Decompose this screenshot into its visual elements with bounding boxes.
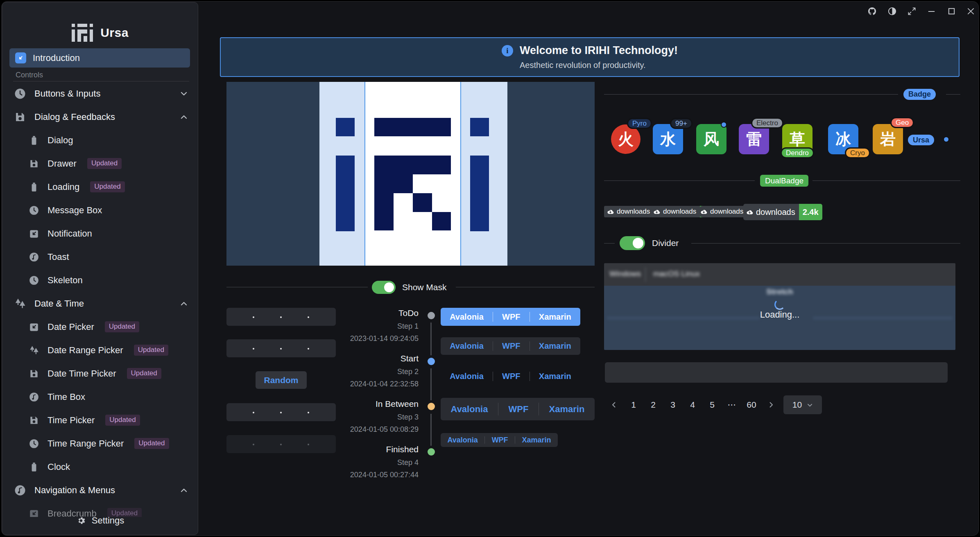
sidebar-item-label: Dialog & Feedbacks	[34, 112, 115, 122]
chevron-up-icon	[180, 486, 188, 494]
avalonia-button[interactable]: Avalonia	[451, 404, 488, 415]
avalonia-button[interactable]: Avalonia	[450, 341, 484, 351]
sidebar-item-introduction[interactable]: Introduction	[9, 48, 190, 68]
github-button[interactable]	[865, 4, 879, 18]
step-name: ToDo	[336, 308, 419, 318]
page-button-5[interactable]: 5	[704, 395, 720, 414]
wpf-button[interactable]: WPF	[509, 404, 529, 415]
sidebar-item-label: Time Range Picker	[48, 438, 124, 449]
clock-icon	[29, 438, 39, 449]
sidebar-item-label: Toast	[48, 252, 69, 262]
empty-textbox[interactable]	[605, 362, 948, 383]
step-indicator-dot	[428, 448, 435, 456]
updated-badge: Updated	[105, 415, 140, 426]
chevron-down-icon	[180, 90, 188, 98]
settings-button[interactable]: Settings	[2, 510, 198, 531]
random-button[interactable]: Random	[256, 371, 307, 389]
updated-badge: Updated	[134, 438, 169, 449]
updated-badge: Updated	[127, 368, 161, 379]
minimize-button[interactable]	[924, 4, 939, 18]
sidebar-item-label: Buttons & Inputs	[34, 88, 100, 99]
xamarin-button[interactable]: Xamarin	[539, 341, 571, 351]
group-separator	[493, 312, 493, 322]
sidebar-item-date-picker[interactable]: Date PickerUpdated	[2, 315, 198, 338]
avalonia-button[interactable]: Avalonia	[450, 312, 484, 322]
gear-icon	[76, 516, 86, 526]
wpf-button[interactable]: WPF	[492, 436, 508, 444]
tab-macos-linux[interactable]: macOS Linux	[653, 269, 700, 278]
group-separator	[484, 436, 485, 444]
xamarin-button[interactable]: Xamarin	[549, 404, 585, 415]
info-icon: i	[502, 45, 513, 56]
tab-windows[interactable]: Windows	[609, 269, 641, 278]
theme-toggle-button[interactable]	[885, 4, 899, 18]
sidebar-item-time-picker[interactable]: Time PickerUpdated	[2, 408, 198, 432]
loading-mask-panel: Windows macOS Linux Stretch Loading...	[604, 263, 955, 350]
sidebar-item-date-time-picker[interactable]: Date Time PickerUpdated	[2, 362, 198, 385]
xamarin-button[interactable]: Xamarin	[539, 312, 571, 322]
chevron-up-icon	[180, 300, 188, 308]
sidebar-item-drawer[interactable]: DrawerUpdated	[2, 152, 198, 175]
sidebar-item-dialog-feedbacks[interactable]: Dialog & Feedbacks	[2, 105, 198, 129]
page-button-2[interactable]: 2	[645, 395, 661, 414]
prev-page-button[interactable]	[606, 395, 622, 414]
step-indicator-dot	[428, 358, 435, 365]
xamarin-button[interactable]: Xamarin	[522, 436, 551, 444]
cloud-download-icon	[607, 208, 614, 215]
step-name: Finished	[336, 444, 419, 454]
divider-toggle[interactable]	[620, 236, 645, 250]
page-button-1[interactable]: 1	[626, 395, 641, 414]
platform-button-group: AvaloniaWPFXamarin	[441, 308, 580, 326]
downloads-label: downloads	[710, 208, 743, 216]
sidebar-nav: Buttons & InputsDialog & FeedbacksDialog…	[2, 82, 198, 517]
sidebar-item-message-box[interactable]: Message Box	[2, 199, 198, 222]
page-button-3[interactable]: 3	[665, 395, 681, 414]
wpf-button[interactable]: WPF	[502, 372, 520, 381]
wpf-button[interactable]: WPF	[502, 341, 520, 351]
show-mask-toggle[interactable]	[372, 281, 396, 294]
xamarin-button[interactable]: Xamarin	[539, 372, 571, 381]
sidebar-item-dialog[interactable]: Dialog	[2, 129, 198, 152]
page-size-dropdown[interactable]: 10	[783, 395, 822, 414]
sidebar-item-clock[interactable]: Clock	[2, 455, 198, 478]
sidebar-item-navigation-menus[interactable]: Navigation & Menus	[2, 478, 198, 502]
avalonia-button[interactable]: Avalonia	[447, 436, 478, 444]
irihi-logo-image	[226, 82, 595, 266]
sidebar-item-buttons-inputs[interactable]: Buttons & Inputs	[2, 82, 198, 105]
wpf-button[interactable]: WPF	[502, 312, 520, 322]
divider-line	[691, 243, 960, 244]
sidebar-item-time-range-picker[interactable]: Time Range PickerUpdated	[2, 432, 198, 455]
floppy-icon	[29, 415, 39, 426]
group-separator	[539, 403, 539, 415]
avalonia-button[interactable]: Avalonia	[450, 372, 484, 381]
clock-icon	[29, 275, 39, 286]
sidebar-item-notification[interactable]: Notification	[2, 222, 198, 245]
sidebar-item-skeleton[interactable]: Skeleton	[2, 268, 198, 292]
sidebar-item-date-time[interactable]: Date & Time	[2, 292, 198, 315]
next-page-button[interactable]	[763, 395, 779, 414]
sidebar-item-label: Dialog	[48, 135, 73, 146]
platform-button-group: AvaloniaWPFXamarin	[441, 433, 558, 447]
sidebar-item-loading[interactable]: LoadingUpdated	[2, 175, 198, 199]
step-indicator-dot	[428, 403, 435, 410]
page-button-4[interactable]: 4	[685, 395, 700, 414]
sidebar-item-time-box[interactable]: Time Box	[2, 385, 198, 408]
group-separator	[530, 312, 530, 322]
page-button-last[interactable]: 60	[744, 395, 759, 414]
maximize-button[interactable]	[944, 4, 959, 18]
group-separator	[493, 372, 493, 381]
close-button[interactable]	[963, 4, 978, 18]
loading-spinner-icon	[774, 299, 785, 310]
group-separator	[530, 341, 530, 351]
battery-icon	[29, 462, 39, 472]
stretch-label: Stretch	[604, 287, 955, 296]
fullscreen-button[interactable]	[904, 4, 919, 18]
banner-title: Welcome to IRIHI Technology!	[520, 44, 678, 57]
ellipsis-pages[interactable]: ⋯	[724, 395, 740, 414]
sidebar-item-toast[interactable]: Toast	[2, 245, 198, 268]
ursa-badge-pill: Ursa	[908, 135, 934, 145]
platform-button-group: AvaloniaWPFXamarin	[441, 368, 580, 385]
element-avatar: 岩	[873, 124, 903, 154]
github-icon	[867, 7, 877, 16]
sidebar-item-date-range-picker[interactable]: Date Range PickerUpdated	[2, 338, 198, 362]
